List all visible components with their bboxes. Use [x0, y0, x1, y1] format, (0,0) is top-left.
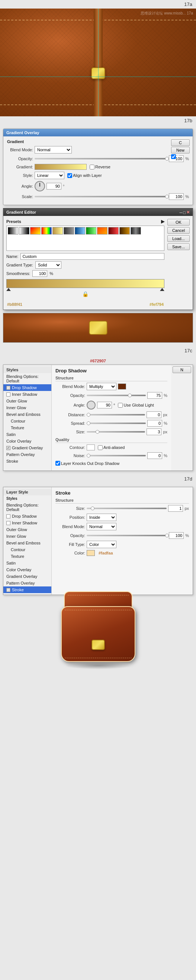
ds-angle-input[interactable]: [97, 402, 112, 409]
ds-angle-dial[interactable]: [87, 401, 96, 410]
ds-global-light-checkbox[interactable]: [118, 403, 123, 408]
ls-inner-glow-17d[interactable]: Inner Glow: [3, 533, 51, 539]
sidebar-gradient-overlay-item[interactable]: ✓ Gradient Overlay: [3, 444, 51, 451]
gradient-stop-left[interactable]: [6, 288, 11, 291]
cancel-button[interactable]: Cancel: [167, 227, 190, 234]
smoothness-input[interactable]: [32, 270, 47, 277]
gradient-swatch[interactable]: [35, 164, 87, 170]
minimize-icon[interactable]: ─: [180, 210, 183, 215]
new-button[interactable]: New: [171, 147, 190, 153]
stroke-fill-type-select[interactable]: Color: [87, 541, 116, 548]
sidebar-pattern-overlay[interactable]: Pattern Overlay: [3, 451, 51, 458]
preset-6[interactable]: [64, 227, 74, 234]
preset-4[interactable]: [41, 227, 52, 234]
p-checkbox[interactable]: [171, 154, 176, 159]
preset-7[interactable]: [75, 227, 85, 234]
sidebar-contour[interactable]: Contour: [3, 418, 51, 425]
reverse-checkbox[interactable]: [90, 165, 94, 169]
ds-spread-input[interactable]: [147, 420, 162, 426]
stroke-size-slider[interactable]: [87, 508, 167, 509]
reverse-label[interactable]: Reverse: [90, 165, 110, 169]
name-input[interactable]: [21, 253, 164, 260]
ok-button[interactable]: OK: [167, 219, 190, 226]
preset-3[interactable]: [30, 227, 41, 234]
sidebar-blending-options[interactable]: Blending Options: Default: [3, 373, 51, 384]
sidebar-outer-glow[interactable]: Outer Glow: [3, 398, 51, 404]
load-button[interactable]: Load...: [167, 235, 190, 242]
preset-5[interactable]: [53, 227, 63, 234]
maximize-icon[interactable]: □: [183, 210, 186, 215]
ds-blend-select[interactable]: Multiply: [87, 383, 116, 390]
ls-bevel-emboss-17d[interactable]: Bevel and Emboss: [3, 539, 51, 546]
drop-shadow-checkbox[interactable]: ✓: [6, 386, 10, 390]
ds-n-button[interactable]: N: [172, 366, 191, 373]
ds-anti-alias-checkbox[interactable]: [98, 445, 103, 450]
ls-texture-17d[interactable]: Texture: [3, 553, 51, 560]
save-button[interactable]: Save...: [167, 243, 190, 250]
presets-arrow[interactable]: ▶: [161, 219, 164, 224]
ls-color-overlay-17d[interactable]: Color Overlay: [3, 566, 51, 573]
ds-contour-thumb[interactable]: [87, 444, 95, 450]
stroke-position-select[interactable]: Inside: [87, 514, 116, 521]
sidebar-color-overlay[interactable]: Color Overlay: [3, 438, 51, 444]
ds-size-slider[interactable]: [87, 431, 145, 433]
ls-blending-options-17d[interactable]: Blending Options: Default: [3, 502, 51, 513]
ds-size-input[interactable]: [147, 428, 161, 435]
stroke-opacity-input[interactable]: [169, 532, 184, 539]
ds-global-light-label[interactable]: Use Global Light: [118, 403, 154, 408]
stroke-blend-select[interactable]: Normal: [87, 523, 116, 530]
preset-1[interactable]: [8, 227, 18, 234]
ds-spread-slider[interactable]: [87, 423, 146, 424]
ds-knockout-label[interactable]: Layer Knocks Out Drop Shadow: [56, 461, 120, 466]
ds-distance-slider[interactable]: [87, 414, 145, 415]
ls-stroke-checkbox[interactable]: ✓: [6, 588, 10, 592]
ls-drop-shadow-17d[interactable]: Drop Shadow: [3, 513, 51, 520]
ls-gradient-overlay-17d[interactable]: Gradient Overlay: [3, 573, 51, 580]
ds-opacity-input[interactable]: [147, 392, 162, 399]
ds-noise-input[interactable]: [147, 452, 162, 459]
ls-drop-shadow-checkbox[interactable]: [6, 514, 10, 519]
stroke-size-input[interactable]: [168, 505, 183, 512]
sidebar-texture[interactable]: Texture: [3, 425, 51, 431]
sidebar-bevel-emboss[interactable]: Bevel and Emboss: [3, 411, 51, 418]
preset-2[interactable]: [19, 227, 29, 234]
scale-slider[interactable]: [35, 196, 167, 197]
sidebar-satin[interactable]: Satin: [3, 431, 51, 438]
ds-color-chip[interactable]: [118, 383, 126, 390]
close-icon[interactable]: ✕: [186, 210, 190, 215]
ls-inner-shadow-checkbox[interactable]: [6, 521, 10, 525]
preset-8[interactable]: [86, 227, 96, 234]
gradient-stop-right[interactable]: [160, 288, 164, 291]
ds-anti-alias-label[interactable]: Anti-aliased: [98, 445, 124, 450]
preset-11[interactable]: [120, 227, 130, 234]
ds-noise-slider[interactable]: [87, 455, 146, 457]
stroke-color-chip[interactable]: [87, 550, 95, 556]
preset-12[interactable]: [131, 227, 141, 234]
ls-outer-glow-17d[interactable]: Outer Glow: [3, 526, 51, 533]
style-select[interactable]: Linear: [35, 172, 64, 179]
stroke-opacity-slider[interactable]: [87, 535, 167, 536]
scale-input[interactable]: [169, 193, 184, 200]
align-checkbox[interactable]: [67, 173, 72, 178]
sidebar-inner-shadow[interactable]: Inner Shadow: [3, 391, 51, 398]
gradient-type-select[interactable]: Solid: [35, 261, 61, 269]
angle-dial[interactable]: [35, 181, 45, 191]
sidebar-inner-glow[interactable]: Inner Glow: [3, 404, 51, 411]
ls-satin-17d[interactable]: Satin: [3, 560, 51, 566]
c-button[interactable]: C: [171, 139, 190, 146]
gradient-overlay-checkbox[interactable]: ✓: [6, 446, 10, 450]
ds-distance-input[interactable]: [147, 411, 161, 418]
ds-knockout-checkbox[interactable]: [56, 461, 60, 466]
preset-9[interactable]: [97, 227, 107, 234]
blend-mode-select[interactable]: Normal: [35, 146, 72, 153]
align-label[interactable]: Align with Layer: [67, 173, 102, 178]
sidebar-drop-shadow[interactable]: ✓ Drop Shadow: [3, 384, 51, 391]
ls-stroke-17d[interactable]: ✓ Stroke: [3, 586, 51, 593]
opacity-slider[interactable]: [35, 158, 167, 159]
gradient-bar[interactable]: [6, 279, 164, 288]
angle-input[interactable]: [46, 183, 61, 189]
ls-inner-shadow-17d[interactable]: Inner Shadow: [3, 520, 51, 526]
ds-opacity-slider[interactable]: [87, 395, 146, 396]
ls-contour-17d[interactable]: Contour: [3, 546, 51, 553]
ls-pattern-overlay-17d[interactable]: Pattern Overlay: [3, 580, 51, 586]
